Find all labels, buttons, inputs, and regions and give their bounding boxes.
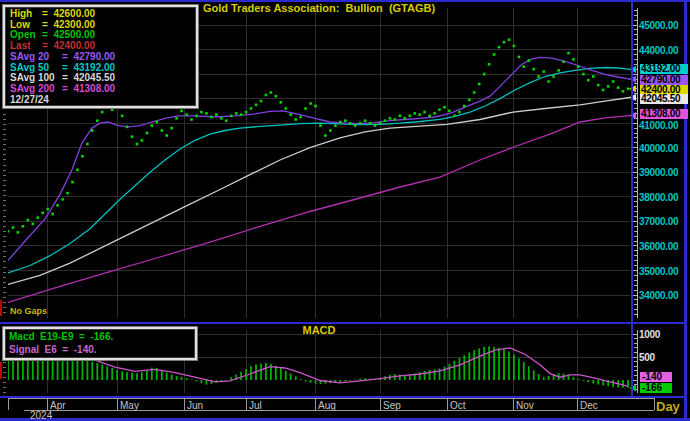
no-gaps-label: No Gaps (10, 306, 47, 316)
panel-separator-macd-timeaxis (0, 396, 686, 398)
price-axis-label: 41000.00 (639, 120, 687, 131)
month-label: Jun (187, 400, 203, 411)
savg200-price-tag: 41308.00 (640, 109, 688, 119)
price-axis-label: 38000.00 (639, 192, 687, 203)
year-label: 2024 (30, 410, 52, 421)
chart-window: Gold Traders Association: Bullion (GTAGB… (0, 0, 690, 421)
savg50-price-tag: 43192.00 (640, 64, 688, 74)
macd-value-tag: -166 (640, 383, 672, 393)
month-label: Nov (516, 400, 534, 411)
savg100-price-tag: 42045.50 (640, 94, 688, 104)
quote-row-high: High= 42600.00 (10, 9, 192, 20)
left-edge-marker-price (0, 300, 2, 316)
month-label: Sep (383, 400, 401, 411)
price-axis-label: 39000.00 (639, 167, 687, 178)
macd-axis-label: 1000 (639, 329, 687, 340)
signal-legend-row: Signal E6 = -140. (9, 344, 191, 357)
price-axis-label: 44000.00 (639, 45, 687, 56)
macd-legend-row: Macd E19-E9 = -166. (9, 331, 191, 344)
quote-row-low: Low= 42300.00 (10, 20, 192, 31)
quote-row-open: Open= 42500.00 (10, 30, 192, 41)
month-label: Aug (318, 400, 336, 411)
month-label: Jul (249, 400, 262, 411)
month-label: Apr (50, 400, 66, 411)
price-axis-label: 40000.00 (639, 143, 687, 154)
axis-separator-vertical (631, 2, 633, 396)
quote-legend-box: High= 42600.00 Low= 42300.00 Open= 42500… (3, 5, 198, 108)
price-axis-label: 36000.00 (639, 241, 687, 252)
month-label: Dec (580, 400, 598, 411)
macd-legend-box: Macd E19-E9 = -166. Signal E6 = -140. (3, 327, 197, 360)
signal-value-tag: -140 (640, 372, 672, 382)
period-label[interactable]: Day (656, 399, 680, 414)
quote-row-date: 12/27/24 (10, 95, 192, 106)
price-axis-label: 45000.00 (639, 20, 687, 31)
left-edge-marker-macd (0, 362, 2, 379)
macd-axis-label: 500 (639, 352, 687, 363)
month-label: May (120, 400, 139, 411)
month-label: Oct (450, 400, 466, 411)
savg20-price-tag: 42790.00 (640, 75, 688, 85)
price-axis-label: 34000.00 (639, 290, 687, 301)
price-axis-label: 35000.00 (639, 266, 687, 277)
price-axis-label: 37000.00 (639, 216, 687, 227)
